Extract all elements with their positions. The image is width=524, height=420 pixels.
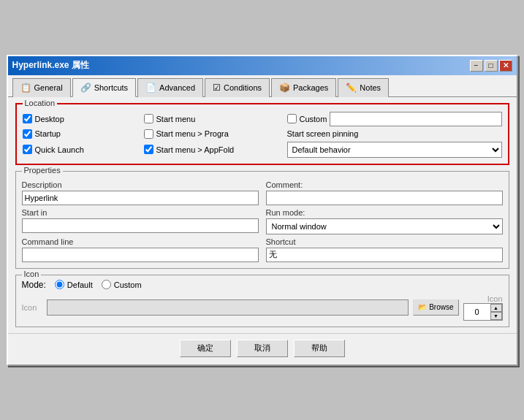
- cmdline-input[interactable]: [22, 248, 259, 262]
- tab-conditions[interactable]: ☑ Conditions: [205, 78, 270, 97]
- runmode-dropdown[interactable]: Normal window Minimized Maximized: [266, 218, 503, 234]
- icon-num-label: Icon: [463, 294, 503, 303]
- tab-packages[interactable]: 📦 Packages: [271, 78, 336, 97]
- startup-label: Startup: [35, 129, 61, 138]
- icon-label: Icon: [22, 303, 42, 312]
- screen-pin-label: Start screen pinning: [287, 129, 359, 138]
- footer: 确定 取消 帮助: [8, 333, 517, 364]
- startmenu-prog-label: Start menu > Progra: [156, 129, 229, 138]
- runmode-label: Run mode:: [266, 208, 503, 217]
- custom-input[interactable]: [330, 112, 501, 126]
- description-group: Description: [22, 180, 259, 205]
- screen-pin-label-row: Start screen pinning: [287, 129, 502, 139]
- custom-radio-text: Custom: [114, 280, 142, 289]
- comment-input[interactable]: [266, 191, 503, 205]
- tab-advanced-label: Advanced: [159, 83, 195, 92]
- tab-advanced[interactable]: 📄 Advanced: [137, 78, 203, 97]
- comment-label: Comment:: [266, 180, 503, 189]
- tab-general-label: General: [34, 83, 63, 92]
- cmdline-label: Command line: [22, 237, 259, 246]
- properties-legend: Properties: [22, 166, 63, 175]
- desktop-checkbox-row: Desktop: [23, 112, 140, 126]
- tab-content: Location Desktop Start menu Custom: [8, 97, 517, 333]
- startmenu-checkbox-row: Start menu: [144, 112, 283, 126]
- title-bar-buttons: − □ ✕: [470, 60, 512, 72]
- icon-section: Icon Mode: Default Custom Icon 📂 Browse: [15, 275, 509, 327]
- shortcut-label: Shortcut: [266, 237, 503, 246]
- description-label: Description: [22, 180, 259, 189]
- tab-general[interactable]: 📋 General: [12, 78, 71, 97]
- help-button[interactable]: 帮助: [294, 340, 345, 357]
- general-tab-icon: 📋: [20, 83, 31, 93]
- icon-legend: Icon: [22, 270, 42, 278]
- startup-checkbox[interactable]: [23, 129, 32, 139]
- desktop-checkbox[interactable]: [23, 114, 32, 123]
- conditions-tab-icon: ☑: [213, 83, 221, 93]
- shortcut-input[interactable]: [266, 248, 503, 262]
- startin-input[interactable]: [22, 218, 259, 233]
- custom-checkbox[interactable]: [287, 114, 297, 123]
- quicklaunch-checkbox[interactable]: [23, 145, 32, 154]
- startmenu-appfold-checkbox[interactable]: [144, 145, 153, 154]
- tab-shortcuts-label: Shortcuts: [94, 83, 128, 92]
- packages-tab-icon: 📦: [279, 83, 290, 93]
- startin-group: Start in: [22, 208, 259, 234]
- startmenu-prog-checkbox[interactable]: [144, 129, 153, 139]
- default-radio[interactable]: [55, 280, 64, 289]
- window-title: Hyperlink.exe 属性: [12, 59, 89, 72]
- startmenu-label: Start menu: [156, 115, 196, 123]
- startin-label: Start in: [22, 208, 259, 217]
- advanced-tab-icon: 📄: [145, 83, 156, 93]
- icon-number-input[interactable]: [464, 304, 490, 320]
- icon-path-input: [47, 299, 409, 316]
- shortcut-group: Shortcut: [266, 237, 503, 262]
- browse-label: Browse: [429, 303, 453, 311]
- runmode-group: Run mode: Normal window Minimized Maximi…: [266, 208, 503, 234]
- title-bar: Hyperlink.exe 属性 − □ ✕: [8, 56, 517, 75]
- comment-group: Comment:: [266, 180, 503, 205]
- ok-button[interactable]: 确定: [180, 340, 231, 357]
- notes-tab-icon: ✏️: [346, 83, 357, 93]
- minimize-button[interactable]: −: [470, 60, 483, 72]
- tab-packages-label: Packages: [293, 83, 328, 92]
- tab-notes-label: Notes: [360, 83, 381, 92]
- main-window: Hyperlink.exe 属性 − □ ✕ 📋 General 🔗 Short…: [7, 55, 518, 366]
- icon-number-group: Icon ▲ ▼: [463, 294, 503, 321]
- maximize-button[interactable]: □: [485, 60, 498, 72]
- tab-conditions-label: Conditions: [224, 83, 262, 92]
- mode-label: Mode:: [22, 280, 46, 290]
- custom-label: Custom: [300, 115, 327, 123]
- startmenu-appfold-label: Start menu > AppFold: [156, 145, 235, 154]
- cancel-button[interactable]: 取消: [237, 340, 288, 357]
- icon-spinbox: ▲ ▼: [463, 303, 503, 321]
- location-grid: Desktop Start menu Custom Startup: [23, 112, 502, 158]
- default-behavior-dropdown[interactable]: Default behavior Pin Unpin: [287, 142, 502, 158]
- location-legend: Location: [23, 99, 58, 107]
- custom-row: Custom: [287, 112, 502, 126]
- quicklaunch-checkbox-row: Quick Launch: [23, 142, 140, 158]
- browse-icon: 📂: [418, 303, 427, 311]
- icon-mode-row: Mode: Default Custom: [22, 280, 503, 290]
- custom-radio[interactable]: [102, 280, 111, 289]
- startmenu-prog-checkbox-row: Start menu > Progra: [144, 129, 283, 139]
- spin-up-button[interactable]: ▲: [490, 304, 502, 312]
- spin-down-button[interactable]: ▼: [490, 312, 502, 320]
- startup-checkbox-row: Startup: [23, 129, 140, 139]
- cmdline-group: Command line: [22, 237, 259, 262]
- description-input[interactable]: [22, 191, 259, 205]
- default-behavior-dropdown-row: Default behavior Pin Unpin: [287, 142, 502, 158]
- icon-row: Icon 📂 Browse Icon ▲ ▼: [22, 294, 503, 321]
- properties-section: Properties Description Comment: Start in: [15, 171, 509, 269]
- default-radio-text: Default: [67, 280, 93, 289]
- browse-button[interactable]: 📂 Browse: [413, 299, 458, 316]
- desktop-label: Desktop: [35, 115, 64, 123]
- tab-shortcuts[interactable]: 🔗 Shortcuts: [72, 78, 136, 97]
- close-button[interactable]: ✕: [499, 60, 512, 72]
- tab-notes[interactable]: ✏️ Notes: [338, 78, 389, 97]
- default-radio-label: Default: [55, 280, 93, 289]
- startmenu-checkbox[interactable]: [144, 114, 153, 123]
- spin-buttons: ▲ ▼: [490, 304, 502, 320]
- tab-bar: 📋 General 🔗 Shortcuts 📄 Advanced ☑ Condi…: [8, 75, 517, 97]
- quicklaunch-label: Quick Launch: [35, 145, 84, 154]
- location-section: Location Desktop Start menu Custom: [15, 103, 509, 165]
